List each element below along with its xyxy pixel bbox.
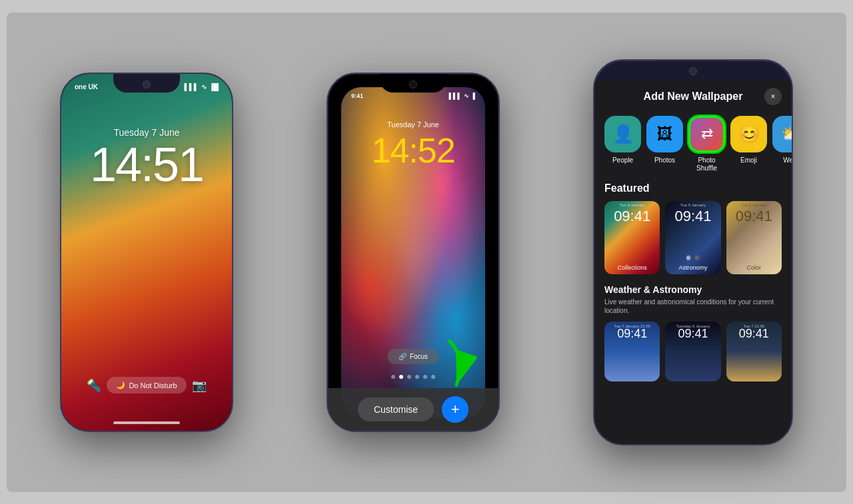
wallpaper-type-row: 👤 People 🖼 Photos ⇄ PhotoShuffle [594, 113, 792, 182]
close-icon: × [770, 92, 775, 101]
color-time: 09:41 [726, 208, 782, 225]
photos-label: Photos [654, 156, 675, 164]
phone1-home-indicator [113, 421, 180, 424]
photos-icon: 🖼 [657, 125, 673, 143]
modal-title: Add New Wallpaper [644, 91, 743, 103]
phone1-mute-btn [60, 140, 61, 160]
color-label: Color [726, 264, 782, 271]
battery-icon: ▐█ [209, 83, 219, 91]
featured-color[interactable]: Tue 9 January 09:41 Color [726, 201, 782, 274]
phone3-power-btn [792, 174, 793, 230]
phone2-bottom-bar: Customise + [328, 388, 498, 431]
wallpaper-type-people[interactable]: 👤 People [604, 116, 641, 172]
weather-time-1: 09:41 [604, 327, 660, 341]
wallpaper-type-photos[interactable]: 🖼 Photos [646, 116, 683, 172]
phone2-wrapper: 9:41 ▌▌▌ ∿ ▐ Tuesday 7 June 14:52 🔗 Focu… [327, 73, 500, 432]
phone1-time: 14:51 [61, 140, 232, 188]
phone2-inner: 9:41 ▌▌▌ ∿ ▐ Tuesday 7 June 14:52 🔗 Focu… [341, 87, 485, 417]
photo-shuffle-icon-bg: ⇄ [688, 116, 725, 152]
dot-1 [391, 375, 395, 379]
emoji-label: Emoji [740, 156, 757, 164]
people-icon-bg: 👤 [604, 116, 641, 152]
featured-title: Featured [604, 182, 782, 194]
dot-4 [415, 375, 419, 379]
phone1-status-bar: one UK ▌▌▌ ∿ ▐█ [61, 83, 232, 91]
phone2-gradient: 9:41 ▌▌▌ ∿ ▐ Tuesday 7 June 14:52 🔗 Focu… [341, 87, 485, 417]
shuffle-icon: ⇄ [701, 125, 713, 142]
collections-date: Tue 9 January [604, 203, 660, 207]
weather-item-2[interactable]: Tuesday 9 January 09:41 [665, 322, 720, 381]
phone2-wallpaper: 9:41 ▌▌▌ ∿ ▐ Tuesday 7 June 14:52 🔗 Focu… [341, 87, 485, 417]
photos-icon-bg: 🖼 [646, 116, 683, 152]
phone3-screen: Add New Wallpaper × 👤 People 🖼 Ph [594, 81, 792, 444]
phone2-time: 14:52 [341, 130, 485, 170]
emoji-icon: 😊 [738, 124, 760, 144]
wifi-icon: ∿ [201, 83, 207, 91]
phone2-signal: ▌▌▌ [448, 93, 461, 99]
astronomy-label: Astronomy [665, 264, 720, 271]
featured-collections[interactable]: Tue 9 January 09:41 Collections [604, 201, 660, 274]
featured-section: Featured Tue 9 January 09:41 Collections… [594, 182, 792, 274]
wallpaper-type-photo-shuffle[interactable]: ⇄ PhotoShuffle [688, 116, 725, 172]
color-date: Tue 9 January [726, 203, 782, 207]
collections-label: Collections [604, 264, 660, 271]
weather-time-2: 09:41 [665, 327, 720, 341]
wallpaper-type-emoji[interactable]: 😊 Emoji [730, 116, 767, 172]
phone1-vol-up-btn [60, 170, 61, 207]
phone1-date: Tuesday 7 June [61, 127, 232, 138]
collections-time: 09:41 [604, 208, 660, 225]
dot-3 [407, 375, 411, 379]
dot-2 [399, 375, 403, 379]
wallpaper-type-weather[interactable]: ⛅ Weal [772, 116, 792, 172]
phone2: 9:41 ▌▌▌ ∿ ▐ Tuesday 7 June 14:52 🔗 Focu… [327, 73, 500, 432]
phone2-wifi: ∿ [464, 93, 469, 99]
phone1-carrier: one UK [75, 83, 98, 91]
people-label: People [612, 156, 633, 164]
astronomy-icon1: ⌚ [685, 255, 692, 261]
phone3: Add New Wallpaper × 👤 People 🖼 Ph [593, 59, 793, 445]
phone1-power-btn [232, 180, 233, 230]
do-not-disturb-pill[interactable]: 🌙 Do Not Disturb [107, 377, 186, 393]
phone2-power-btn [498, 180, 500, 230]
featured-astronomy[interactable]: Tue 9 January 09:41 ⌚ 🔆 Astronomy [665, 201, 720, 274]
phone1: one UK ▌▌▌ ∿ ▐█ Tuesday 7 June 14:51 🔦 🌙… [60, 73, 233, 432]
camera-icon[interactable]: 📷 [187, 374, 211, 397]
photo-shuffle-label: PhotoShuffle [696, 156, 717, 172]
customise-button[interactable]: Customise [358, 397, 434, 421]
phone2-date: Tuesday 7 June [341, 121, 485, 128]
phone1-wallpaper: one UK ▌▌▌ ∿ ▐█ Tuesday 7 June 14:51 🔦 🌙… [61, 74, 232, 431]
weather-section-title: Weather & Astronomy [604, 284, 782, 295]
plus-icon: + [451, 401, 460, 418]
phone2-focus-pill[interactable]: 🔗 Focus [388, 349, 438, 364]
astronomy-icon2: 🔆 [694, 255, 700, 261]
phone1-vol-down-btn [60, 217, 61, 254]
weather-time-3: 09:41 [726, 327, 782, 341]
phone1-screen: one UK ▌▌▌ ∿ ▐█ Tuesday 7 June 14:51 🔦 🌙… [61, 74, 232, 431]
flashlight-icon[interactable]: 🔦 [82, 374, 106, 397]
astronomy-icons: ⌚ 🔆 [665, 255, 720, 261]
plus-button[interactable]: + [442, 396, 468, 423]
close-button[interactable]: × [764, 88, 782, 105]
signal-icon: ▌▌▌ [185, 83, 199, 91]
wallpaper-modal-header: Add New Wallpaper × [594, 81, 792, 113]
weather-item-1[interactable]: Tue 7 January 21:55 09:41 [604, 322, 660, 381]
scene: one UK ▌▌▌ ∿ ▐█ Tuesday 7 June 14:51 🔦 🌙… [7, 13, 846, 492]
phone2-page-dots [341, 375, 485, 379]
phone2-status-icons: ▌▌▌ ∿ ▐ [448, 93, 475, 99]
weather-grid: Tue 7 January 21:55 09:41 Tuesday 9 Janu… [604, 322, 782, 381]
emoji-icon-bg: 😊 [730, 116, 767, 152]
moon-icon: 🌙 [116, 381, 125, 389]
focus-label: Focus [410, 353, 428, 360]
weather-icon-bg: ⛅ [772, 116, 792, 152]
phone2-status-bar: 9:41 ▌▌▌ ∿ ▐ [341, 93, 485, 99]
dot-5 [423, 375, 427, 379]
astronomy-time: 09:41 [665, 208, 720, 225]
phone2-battery: ▐ [471, 93, 475, 99]
phone2-time-status: 9:41 [351, 93, 363, 99]
phone1-status-icons: ▌▌▌ ∿ ▐█ [185, 83, 219, 91]
weather-item-3[interactable]: Tue 7 21:55 09:41 [726, 322, 782, 381]
weather-label: Weal [783, 156, 792, 164]
featured-grid: Tue 9 January 09:41 Collections Tue 9 Ja… [604, 201, 782, 274]
weather-icon: ⛅ [781, 125, 792, 143]
phone1-bottom-bar: 🔦 🌙 Do Not Disturb 📷 [61, 374, 232, 397]
